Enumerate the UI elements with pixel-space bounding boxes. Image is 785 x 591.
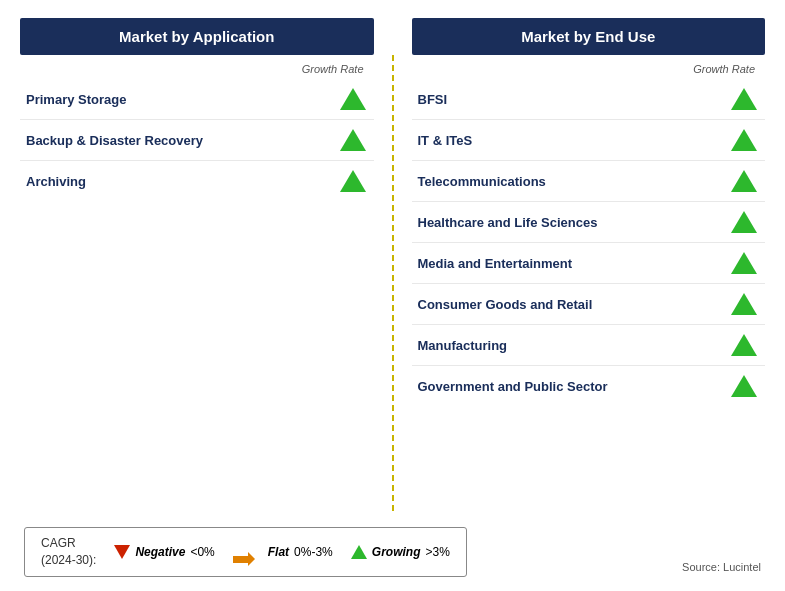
arrow-up-icon [731,293,757,315]
right-label-manufacturing: Manufacturing [418,338,508,353]
arrow-up-icon [731,252,757,274]
right-header-panel: Market by End Use [412,18,766,55]
legend-flat-value: 0%-3% [294,545,333,559]
right-growth-label: Growth Rate [412,63,766,75]
legend-negative-value: <0% [190,545,214,559]
page-container: Market by Application Market by End Use … [0,0,785,591]
right-panel-body: Growth Rate BFSI IT & ITeS Telecommunica… [412,55,766,511]
legend-growing-label: Growing [372,545,421,559]
left-item-backup: Backup & Disaster Recovery [20,120,374,161]
left-header-panel: Market by Application [20,18,374,55]
left-item-primary-storage: Primary Storage [20,79,374,120]
arrow-up-icon [731,170,757,192]
right-label-bfsi: BFSI [418,92,448,107]
arrow-up-icon [731,88,757,110]
left-panel-body: Growth Rate Primary Storage Backup & Dis… [20,55,374,511]
arrow-up-icon [340,170,366,192]
divider-header [374,18,412,55]
bottom-row: CAGR (2024-30): Negative <0% Flat 0%-3% … [20,511,765,577]
right-label-media: Media and Entertainment [418,256,573,271]
legend-arrow-up-icon [351,545,367,559]
right-label-it: IT & ITeS [418,133,473,148]
dashed-line [392,55,394,511]
left-label-archiving: Archiving [26,174,86,189]
left-item-archiving: Archiving [20,161,374,201]
arrow-up-icon [731,129,757,151]
source-text: Source: Lucintel [682,561,765,577]
arrow-up-icon [340,88,366,110]
legend-flat-label: Flat [268,545,289,559]
content-area: Growth Rate Primary Storage Backup & Dis… [20,55,765,511]
right-label-government: Government and Public Sector [418,379,608,394]
right-label-consumer: Consumer Goods and Retail [418,297,593,312]
legend-box: CAGR (2024-30): Negative <0% Flat 0%-3% … [24,527,467,577]
legend-arrow-flat-icon [233,556,249,563]
left-growth-label: Growth Rate [20,63,374,75]
left-label-primary-storage: Primary Storage [26,92,126,107]
legend-arrow-down-icon [114,545,130,559]
arrow-up-icon [731,211,757,233]
arrow-up-icon [340,129,366,151]
right-item-telecom: Telecommunications [412,161,766,202]
legend-flat: Flat 0%-3% [233,545,333,559]
right-item-it: IT & ITeS [412,120,766,161]
right-label-healthcare: Healthcare and Life Sciences [418,215,598,230]
headers-row: Market by Application Market by End Use [20,18,765,55]
legend-growing: Growing >3% [351,545,450,559]
arrow-up-icon [731,334,757,356]
right-item-healthcare: Healthcare and Life Sciences [412,202,766,243]
right-item-media: Media and Entertainment [412,243,766,284]
legend-negative: Negative <0% [114,545,214,559]
legend-negative-label: Negative [135,545,185,559]
right-item-bfsi: BFSI [412,79,766,120]
legend-title: CAGR (2024-30): [41,535,96,569]
right-header: Market by End Use [412,18,766,55]
left-label-backup: Backup & Disaster Recovery [26,133,203,148]
right-item-manufacturing: Manufacturing [412,325,766,366]
right-item-government: Government and Public Sector [412,366,766,406]
legend-growing-value: >3% [425,545,449,559]
arrow-up-icon [731,375,757,397]
left-header: Market by Application [20,18,374,55]
dashed-divider [374,55,412,511]
right-label-telecom: Telecommunications [418,174,546,189]
right-item-consumer: Consumer Goods and Retail [412,284,766,325]
